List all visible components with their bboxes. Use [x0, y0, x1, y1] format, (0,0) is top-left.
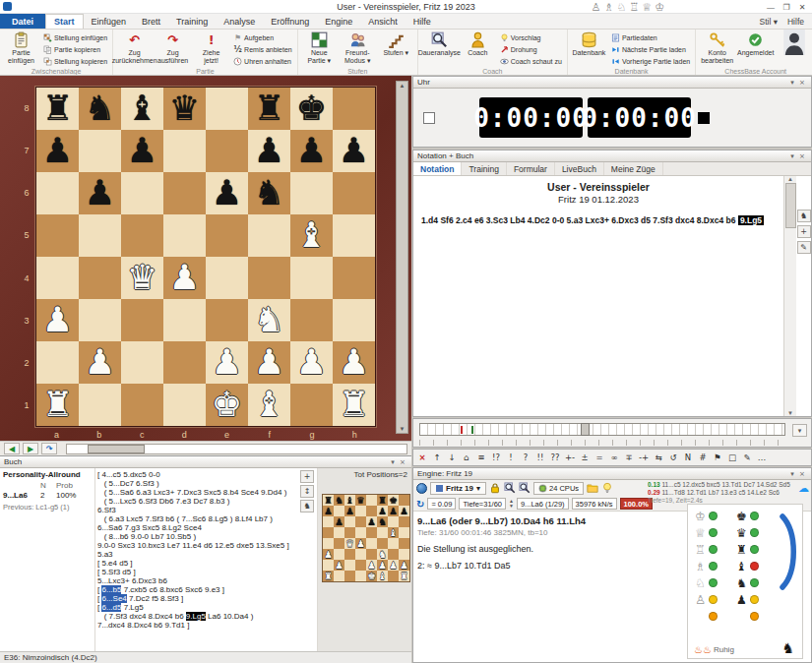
tree-line[interactable]: 7...dxc4 8.Dxc4 b6 9.Td1 ]: [97, 621, 298, 630]
square-h2[interactable]: ♟: [399, 560, 409, 571]
black-rook-piece[interactable]: ♜: [42, 91, 73, 126]
square-g5[interactable]: ♝: [290, 214, 333, 257]
symbol-button-8[interactable]: !!: [533, 451, 547, 464]
move-token[interactable]: 4.Dc2: [528, 215, 550, 225]
square-d6[interactable]: [355, 516, 366, 527]
ribbon-button-stufen[interactable]: Stufen ▾: [378, 30, 414, 57]
black-pawn-piece[interactable]: ♟: [389, 507, 398, 516]
square-a5[interactable]: [36, 214, 79, 257]
symbol-button-21[interactable]: □: [725, 451, 739, 464]
square-e6[interactable]: ♟: [206, 172, 248, 214]
square-h3[interactable]: [333, 299, 375, 341]
square-g7[interactable]: ♟: [290, 130, 333, 172]
tree-line[interactable]: ( 7.Sf3 dxc4 8.Dxc4 b6 9.Lg5 La6 10.Da4 …: [97, 612, 298, 621]
lock-button[interactable]: [489, 482, 501, 494]
square-f2[interactable]: ♟: [248, 341, 290, 384]
square-a4[interactable]: [323, 538, 334, 549]
ribbon-button-zug-ausf-hren[interactable]: ↷Zugausführen: [155, 30, 191, 64]
tree-line[interactable]: 5...Lxc3+ 6.Dxc3 b6: [97, 576, 298, 585]
square-d8[interactable]: ♛: [355, 495, 366, 506]
square-a3[interactable]: ♟: [36, 299, 79, 341]
black-king-piece[interactable]: ♚: [389, 496, 398, 506]
scrollbar-thumb[interactable]: [785, 183, 796, 228]
tree-line[interactable]: ( 5...Sa6 6.a3 Lxc3+ 7.Dxc3 Sxc5 8.b4 Sc…: [97, 488, 298, 497]
symbol-button-13[interactable]: ∞: [607, 451, 621, 464]
square-g1[interactable]: [290, 384, 333, 426]
close-button[interactable]: ✕: [794, 1, 810, 13]
square-b5[interactable]: [334, 527, 344, 538]
tree-line[interactable]: [ 5.e4 d5 ]: [97, 559, 298, 568]
ribbon-button-coach[interactable]: Coach: [460, 30, 496, 57]
ribbon-button-neue-partie[interactable]: NeuePartie ▾: [301, 30, 338, 64]
square-f1[interactable]: ♝: [377, 571, 388, 581]
square-d4[interactable]: ♟: [355, 538, 366, 549]
white-bishop-piece[interactable]: ♝: [296, 218, 327, 253]
ribbon-button-partiedaten[interactable]: Partiedaten: [609, 32, 692, 43]
square-h1[interactable]: ♜: [399, 571, 409, 581]
tab-training[interactable]: Training: [462, 162, 506, 175]
white-pawn-piece[interactable]: ♟: [335, 561, 344, 571]
square-h7[interactable]: ♟: [333, 130, 375, 172]
square-e1[interactable]: ♚: [206, 384, 248, 426]
white-pawn-piece[interactable]: ♟: [254, 345, 284, 380]
black-rook-piece[interactable]: ♜: [254, 91, 284, 126]
enter-move-button[interactable]: ♞: [797, 210, 811, 222]
add-button[interactable]: +: [300, 470, 314, 483]
white-bishop-piece[interactable]: ♝: [378, 572, 387, 581]
square-d3[interactable]: [355, 549, 366, 560]
open-engine-button[interactable]: [587, 482, 598, 494]
square-h3[interactable]: [399, 549, 409, 560]
tree-line[interactable]: [ 4...c5 5.dxc5 0-0: [97, 470, 298, 479]
collapse-icon[interactable]: ▾: [787, 79, 797, 87]
square-c2[interactable]: [121, 341, 163, 384]
square-b2[interactable]: ♟: [79, 341, 121, 384]
square-g7[interactable]: ♟: [388, 506, 399, 516]
black-pawn-piece[interactable]: ♟: [400, 507, 408, 516]
close-icon[interactable]: ×: [797, 470, 807, 478]
square-a1[interactable]: ♜: [323, 571, 334, 581]
scroll-up-icon[interactable]: ▲: [400, 83, 406, 89]
menu-tab-start[interactable]: Start: [45, 14, 84, 29]
square-e1[interactable]: ♚: [366, 571, 377, 581]
square-d5[interactable]: [163, 214, 206, 257]
white-queen-piece[interactable]: ♛: [345, 539, 354, 549]
ribbon-button-daueranalyse[interactable]: Daueranalyse: [421, 30, 458, 57]
ribbon-button-aufgeben[interactable]: ⚑Aufgeben: [231, 32, 294, 43]
symbol-button-4[interactable]: ≡: [474, 451, 488, 464]
square-a4[interactable]: [36, 257, 79, 299]
white-rook-piece[interactable]: ♜: [324, 572, 333, 581]
square-f3[interactable]: ♞: [377, 549, 388, 560]
white-knight-piece[interactable]: ♞: [254, 303, 284, 337]
quick-piece-icon[interactable]: ♙: [592, 1, 601, 14]
square-f4[interactable]: [377, 538, 388, 549]
square-b7[interactable]: [79, 130, 121, 172]
symbol-button-2[interactable]: ↓: [445, 451, 459, 464]
white-knight-piece[interactable]: ♞: [378, 550, 387, 560]
square-e2[interactable]: ♟: [206, 341, 248, 384]
redo-button[interactable]: ↷: [41, 443, 57, 454]
close-icon[interactable]: ×: [398, 458, 407, 466]
piece-button[interactable]: ♞: [300, 500, 314, 512]
square-e8[interactable]: [206, 88, 248, 130]
black-pawn-piece[interactable]: ♟: [85, 176, 115, 211]
white-rook-piece[interactable]: ♜: [400, 572, 408, 581]
square-c6[interactable]: [344, 516, 355, 527]
square-d7[interactable]: [163, 130, 206, 172]
white-pawn-piece[interactable]: ♟: [296, 345, 327, 380]
square-c1[interactable]: [121, 384, 163, 426]
square-b1[interactable]: [79, 384, 121, 426]
cloud-icon[interactable]: ☁: [798, 482, 809, 495]
square-c4[interactable]: ♛: [344, 538, 355, 549]
square-d6[interactable]: [163, 172, 206, 214]
symbol-button-16[interactable]: ⇆: [652, 451, 665, 464]
square-d7[interactable]: [355, 506, 366, 516]
collapse-icon[interactable]: ▾: [787, 470, 797, 478]
ribbon-button-angemeldet[interactable]: Angemeldet: [737, 30, 774, 57]
square-e7[interactable]: [206, 130, 248, 172]
quick-piece-icon[interactable]: ♖: [629, 1, 639, 14]
white-pawn-piece[interactable]: ♟: [324, 550, 333, 560]
move-token[interactable]: 3.Sc3: [486, 215, 508, 225]
square-d2[interactable]: [163, 341, 206, 384]
black-rook-piece[interactable]: ♜: [378, 496, 387, 506]
square-g4[interactable]: [388, 538, 399, 549]
